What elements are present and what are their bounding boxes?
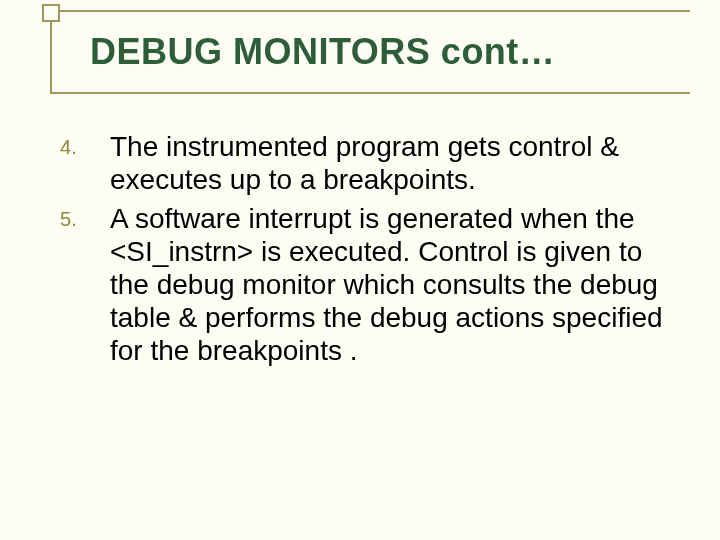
slide: DEBUG MONITORS cont… The instrumented pr…	[0, 0, 720, 540]
slide-body: The instrumented program gets control & …	[60, 130, 670, 373]
slide-title: DEBUG MONITORS cont…	[90, 31, 555, 73]
list-item: The instrumented program gets control & …	[60, 130, 670, 196]
title-container: DEBUG MONITORS cont…	[50, 10, 690, 94]
list-item: A software interrupt is generated when t…	[60, 202, 670, 367]
title-corner-decoration	[42, 4, 60, 22]
ordered-list: The instrumented program gets control & …	[60, 130, 670, 367]
